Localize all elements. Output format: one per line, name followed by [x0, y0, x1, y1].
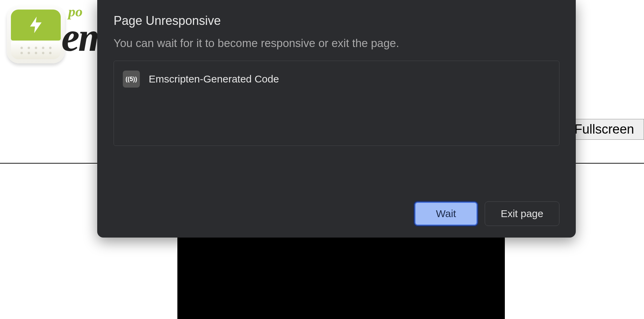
- dialog-title: Page Unresponsive: [114, 14, 559, 28]
- list-item: ((5)) Emscripten-Generated Code: [123, 71, 550, 88]
- exit-page-button[interactable]: Exit page: [485, 201, 559, 226]
- app-icon-top: [11, 10, 61, 41]
- fullscreen-button[interactable]: Fullscreen: [565, 119, 644, 140]
- lightning-icon: [26, 15, 46, 35]
- broadcast-icon: ((5)): [123, 71, 140, 88]
- unresponsive-pages-list: ((5)) Emscripten-Generated Code: [114, 61, 559, 146]
- emscripten-app-icon: [7, 5, 65, 63]
- dialog-message: You can wait for it to become responsive…: [114, 37, 559, 50]
- dialog-actions: Wait Exit page: [114, 189, 559, 226]
- wait-button[interactable]: Wait: [414, 201, 478, 226]
- app-icon-bottom: [11, 41, 61, 59]
- list-item-label: Emscripten-Generated Code: [149, 73, 279, 85]
- page-unresponsive-dialog: Page Unresponsive You can wait for it to…: [97, 0, 576, 238]
